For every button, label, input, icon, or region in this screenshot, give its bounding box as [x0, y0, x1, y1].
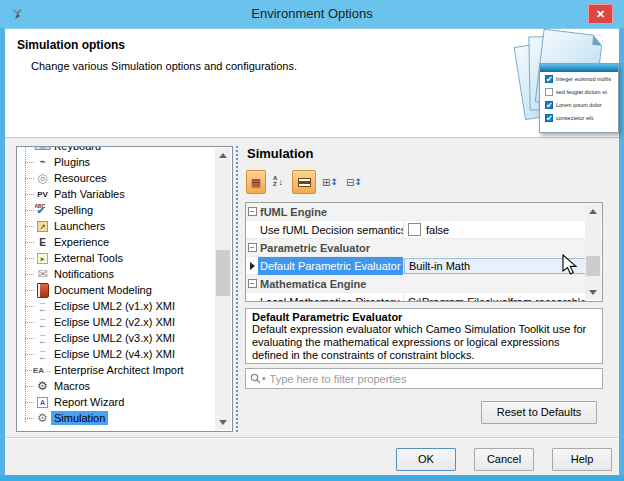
- window-title: Environment Options: [0, 0, 624, 28]
- sidebar-item-external-tools[interactable]: ▸External Tools: [17, 250, 232, 266]
- sidebar-item-plugins[interactable]: ⌁Plugins: [17, 154, 232, 170]
- uml-arrows-icon: →←: [34, 298, 51, 314]
- ok-button[interactable]: OK: [396, 448, 456, 471]
- sidebar-item-label: Simulation: [51, 411, 108, 425]
- group-label: fUML Engine: [258, 203, 404, 221]
- tree-panel-splitter[interactable]: [236, 146, 238, 432]
- categorize-button[interactable]: ▦: [246, 170, 266, 194]
- group-label: Parametric Evaluator: [258, 239, 404, 257]
- sidebar-item-path-variables[interactable]: PVPath Variables: [17, 186, 232, 202]
- reset-to-defaults-button[interactable]: Reset to Defaults: [481, 401, 597, 424]
- property-value-text: C:\Program Files\wolfram research\r: [408, 296, 585, 303]
- tree-connector-stub: [25, 258, 34, 259]
- sidebar-item-label: Experience: [51, 235, 112, 249]
- uml-arrows-icon: →←: [34, 346, 51, 362]
- scroll-up-icon[interactable]: [585, 204, 601, 219]
- report-icon: A: [34, 394, 51, 410]
- property-row[interactable]: Default Parametric EvaluatorBuilt-in Mat…: [246, 257, 602, 275]
- tree-connector-stub: [25, 242, 34, 243]
- property-row[interactable]: Use fUML Decision semanticsfalse: [246, 221, 602, 239]
- search-icon[interactable]: ▾: [250, 373, 266, 384]
- collapse-group-icon: −: [246, 243, 258, 252]
- header-panel: Simulation options Change various Simula…: [5, 28, 619, 138]
- tree-connector-stub: [25, 306, 34, 307]
- sidebar-item-notifications[interactable]: ✉Notifications: [17, 266, 232, 282]
- sidebar-item-spelling[interactable]: ABC✔Spelling: [17, 202, 232, 218]
- property-group-row[interactable]: −fUML Engine: [246, 203, 602, 221]
- filter-input[interactable]: [268, 372, 598, 386]
- sidebar-item-label: Eclipse UML2 (v2.x) XMI: [51, 315, 178, 329]
- checklist-card: ✔Integer euismod mollissed feugiat dictu…: [539, 63, 619, 133]
- sort-alphabetically-button[interactable]: AZ↓: [268, 170, 288, 194]
- help-button[interactable]: Help: [552, 448, 612, 471]
- property-label: Use fUML Decision semantics: [258, 221, 404, 239]
- sidebar-item-enterprise-architect-import[interactable]: EA→Enterprise Architect Import: [17, 362, 232, 378]
- book-icon: [34, 282, 51, 298]
- property-value-text: Built-in Math: [409, 260, 470, 272]
- tree-scrollbar-thumb[interactable]: [216, 250, 230, 296]
- checkbox-icon: [545, 88, 553, 96]
- checklist-item-label: sed feugiat dictum et.: [556, 89, 608, 95]
- sidebar-item-macros[interactable]: ⚙Macros: [17, 378, 232, 394]
- show-description-button[interactable]: [292, 170, 316, 194]
- environment-options-dialog: Environment Options ✕ Simulation options…: [0, 0, 624, 481]
- sidebar-item-eclipse-uml2-v2-x-xmi[interactable]: →←Eclipse UML2 (v2.x) XMI: [17, 314, 232, 330]
- sidebar-item-label: Path Variables: [51, 187, 128, 201]
- collapse-all-button[interactable]: ⊟↕: [344, 170, 364, 194]
- sidebar-item-keyboard[interactable]: ⌨Keyboard: [17, 146, 232, 154]
- tree-connector-stub: [25, 162, 34, 163]
- close-button[interactable]: ✕: [588, 4, 613, 24]
- sidebar-item-label: Launchers: [51, 219, 108, 233]
- checklist-item: ✔Integer euismod mollis: [540, 72, 618, 85]
- filter-dropdown-icon[interactable]: ▾: [262, 375, 266, 383]
- checkbox-icon: ✔: [545, 114, 553, 122]
- checklist-item-label: Lorem ipsum dolor: [556, 102, 602, 108]
- categorize-icon: ▦: [251, 176, 261, 189]
- tree-connector-stub: [25, 354, 34, 355]
- property-label: Default Parametric Evaluator: [258, 257, 404, 275]
- sidebar-item-document-modeling[interactable]: Document Modeling: [17, 282, 232, 298]
- checklist-item-label: Integer euismod mollis: [556, 76, 611, 82]
- show-description-icon: [298, 178, 311, 187]
- filter-box: ▾: [245, 368, 603, 389]
- checklist-card-header: [540, 64, 618, 72]
- property-value-text[interactable]: C:\Program Files\wolfram research\r: [404, 293, 602, 303]
- property-value-dropdown[interactable]: Built-in Math: [404, 258, 601, 274]
- tree-connector-stub: [25, 386, 34, 387]
- table-scrollbar[interactable]: [585, 204, 601, 300]
- tree-connector-stub: [25, 290, 34, 291]
- sidebar-item-eclipse-uml2-v1-x-xmi[interactable]: →←Eclipse UML2 (v1.x) XMI: [17, 298, 232, 314]
- uml-arrows-icon: →←: [34, 314, 51, 330]
- scroll-up-icon[interactable]: [215, 148, 231, 163]
- property-group-row[interactable]: −Parametric Evaluator: [246, 239, 602, 257]
- properties-table: −fUML EngineUse fUML Decision semanticsf…: [245, 202, 603, 302]
- tree-connector-stub: [25, 194, 34, 195]
- scroll-down-icon[interactable]: [585, 285, 601, 300]
- collapse-all-icon: ⊟↕: [346, 177, 362, 188]
- scroll-down-icon[interactable]: [215, 415, 231, 430]
- sidebar-item-eclipse-uml2-v4-x-xmi[interactable]: →←Eclipse UML2 (v4.x) XMI: [17, 346, 232, 362]
- expand-all-button[interactable]: ⊞↕: [320, 170, 340, 194]
- sidebar-item-experience[interactable]: EExperience: [17, 234, 232, 250]
- plug-icon: ⌁: [34, 154, 51, 170]
- property-row[interactable]: Local Mathematica DirectoryC:\Program Fi…: [246, 293, 602, 302]
- property-value-checkbox[interactable]: false: [404, 221, 602, 239]
- property-description-box: Default Parametric Evaluator Default exp…: [245, 308, 603, 364]
- sidebar-item-resources[interactable]: ◎Resources: [17, 170, 232, 186]
- cancel-button[interactable]: Cancel: [474, 448, 534, 471]
- property-group-row[interactable]: −Mathematica Engine: [246, 275, 602, 293]
- table-scrollbar-thumb[interactable]: [586, 256, 600, 276]
- sidebar-item-report-wizard[interactable]: AReport Wizard: [17, 394, 232, 410]
- sidebar-item-label: Eclipse UML2 (v4.x) XMI: [51, 347, 178, 361]
- sidebar-item-launchers[interactable]: ↗Launchers: [17, 218, 232, 234]
- sidebar-item-eclipse-uml2-v3-x-xmi[interactable]: →←Eclipse UML2 (v3.x) XMI: [17, 330, 232, 346]
- group-label: Mathematica Engine: [258, 275, 404, 293]
- tree-connector-stub: [25, 338, 34, 339]
- footer-separator: [6, 437, 618, 439]
- property-description-title: Default Parametric Evaluator: [252, 311, 596, 323]
- sidebar-item-simulation[interactable]: ⚙Simulation: [17, 410, 232, 426]
- tree-scrollbar[interactable]: [215, 148, 231, 430]
- gears-icon: ⚙: [34, 378, 51, 394]
- ea-import-icon: EA→: [34, 362, 51, 378]
- checkbox-icon[interactable]: [408, 223, 421, 236]
